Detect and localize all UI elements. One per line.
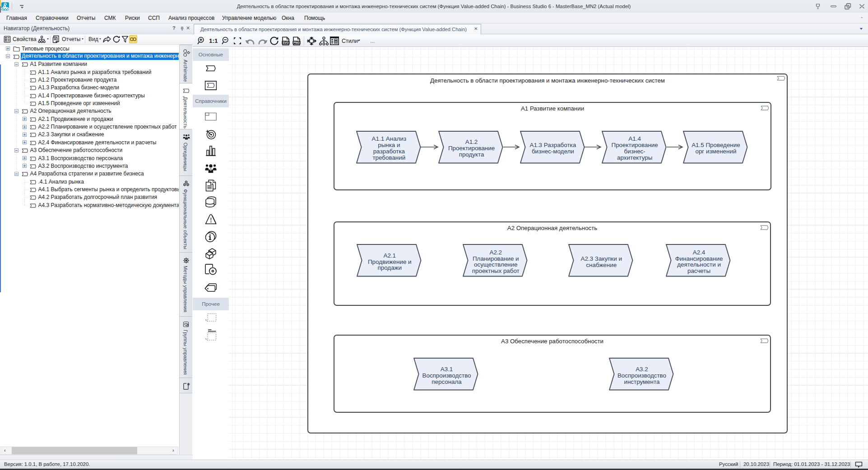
svg-text:PNG: PNG — [293, 41, 300, 44]
svg-text:SVG: SVG — [283, 41, 289, 44]
